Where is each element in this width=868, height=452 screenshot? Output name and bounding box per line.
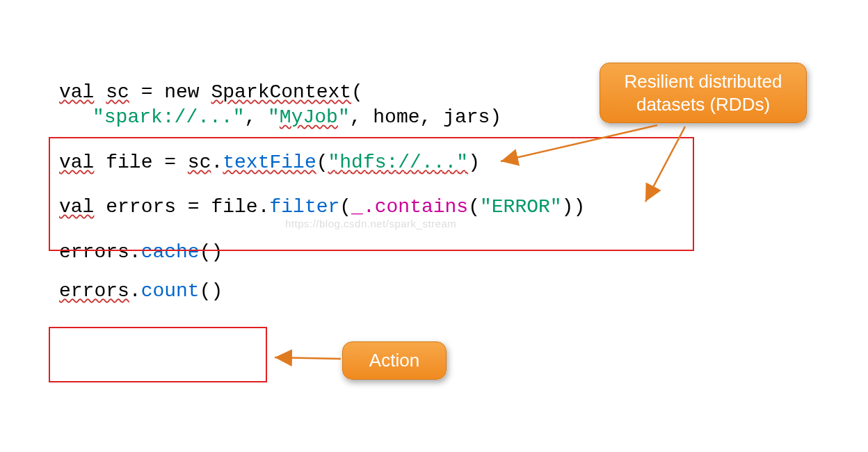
string-myjob: MyJob (280, 106, 338, 128)
code-text: , (244, 106, 268, 128)
code-text: ( (351, 81, 363, 103)
callout-text-line: datasets (RDDs) (617, 93, 789, 116)
watermark-text: https://blog.csdn.net/spark_stream (285, 218, 456, 229)
callout-text-line: Action (360, 349, 429, 372)
highlight-box-rdds (49, 137, 694, 251)
callout-text-line: Resilient distributed (617, 70, 789, 93)
var-errors: errors (59, 280, 129, 302)
string-literal: "spark://..." (93, 106, 244, 128)
string-literal: "MyJob" (268, 106, 350, 128)
callout-action: Action (342, 341, 447, 380)
code-line-1: val sc = new SparkContext( (59, 80, 585, 105)
callout-rdds: Resilient distributed datasets (RDDs) (600, 63, 807, 123)
var-sc: sc (106, 81, 129, 103)
highlight-box-action (49, 327, 267, 382)
code-text: . (129, 280, 141, 302)
code-line-2: "spark://...", "MyJob", home, jars) (59, 105, 585, 130)
code-text: () (200, 280, 223, 302)
code-text: = new (129, 81, 211, 103)
code-text (94, 81, 106, 103)
code-line-6: errors.count() (59, 279, 585, 304)
arrow-to-count (275, 357, 341, 359)
keyword-val: val (59, 81, 94, 103)
method-count: count (141, 280, 200, 302)
code-text: , home, jars) (350, 106, 501, 128)
class-sparkcontext: SparkContext (211, 81, 351, 103)
